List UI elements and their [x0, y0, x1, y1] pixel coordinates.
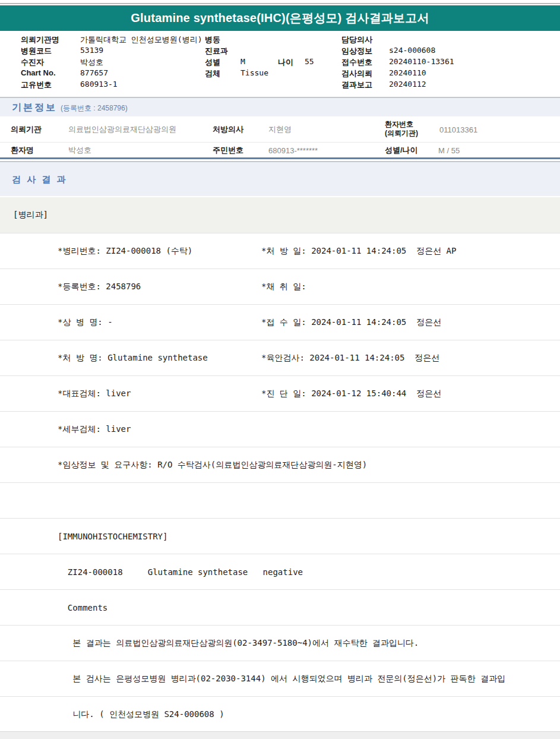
label-prescribing-doctor: 처방의사	[213, 124, 243, 135]
top-divider	[0, 3, 560, 4]
patient-header: 의뢰기관명 가톨릭대학교 인천성모병원(병리) 병원코드 53139 수진자 박…	[0, 31, 560, 96]
basic-info-section-bar: 기본정보(등록번호 : 2458796)	[0, 97, 560, 116]
result-left: *대표검체: liver	[58, 389, 131, 399]
department-name: [병리과]	[13, 210, 48, 220]
result-right: *접 수 일: 2024-01-11 14:24:05 정은선	[261, 317, 441, 328]
field-label-specimen: 검체	[205, 68, 220, 79]
result-left: 본 검사는 은평성모병원 병리과(02-2030-3144) 에서 시행되었으며…	[58, 674, 505, 684]
result-row-registration-no: *등록번호: 2458796 *채 취 일:	[0, 269, 560, 304]
basic-info-row-2: 환자명 박성호 주민번호 680913-******* 성별/나이 M / 55	[0, 143, 560, 157]
report-title: Glutamine synthetase(IHC)(은평성모) 검사결과보고서	[131, 10, 429, 26]
result-right: *채 취 일:	[261, 282, 306, 292]
label-patient-no-line1: 환자번호	[385, 120, 413, 129]
result-row-ihc-result: ZI24-000018 Glutamine synthetase negativ…	[0, 554, 560, 589]
field-value-report-date: 20240112	[389, 80, 426, 89]
field-label-request-date: 검사의뢰	[341, 68, 372, 79]
value-patient-name: 박성호	[68, 145, 91, 156]
field-value-chart-no: 877657	[80, 68, 108, 77]
report-title-bar: Glutamine synthetase(IHC)(은평성모) 검사결과보고서	[0, 5, 560, 31]
field-label-accession-no: 접수번호	[341, 57, 372, 68]
result-left: [IMMUNOHISTOCHEMISTRY]	[58, 532, 167, 541]
footer-strip	[0, 731, 560, 739]
result-row-comment-1: 본 결과는 의료법인삼광의료재단삼광의원(02-3497-5180~4)에서 재…	[0, 625, 560, 661]
result-right: *진 단 일: 2024-01-12 15:40:44 정은선	[261, 389, 441, 399]
result-row-sub-specimen: *세부검체: liver	[0, 411, 560, 447]
field-value-requesting-org: 가톨릭대학교 인천성모병원(병리)	[80, 34, 202, 45]
value-referring-org: 의료법인삼광의료재단삼광의원	[68, 124, 176, 135]
value-patient-no: 011013361	[439, 125, 477, 134]
field-value-patient-name: 박성호	[80, 57, 103, 68]
basic-info-row-1: 의뢰기관 의료법인삼광의료재단삼광의원 처방의사 지현영 환자번호 (의뢰기관)…	[0, 116, 560, 143]
result-row-diagnosis-name: *상 병 명: - *접 수 일: 2024-01-11 14:24:05 정은…	[0, 304, 560, 340]
result-row-clinical-request: *임상정보 및 요구사항: R/O 수탁검사(의료법인삼광의료재단삼광의원-지현…	[0, 447, 560, 482]
field-label-doctor: 담당의사	[341, 34, 372, 45]
department-band: [병리과]	[0, 197, 560, 233]
field-label-chart-no: Chart No.	[21, 68, 56, 77]
basic-info-heading: 기본정보	[12, 102, 57, 112]
result-left: *등록번호: 2458796	[58, 282, 141, 292]
value-resident-no: 680913-*******	[268, 146, 318, 154]
basic-info-table: 의뢰기관 의료법인삼광의료재단삼광의원 처방의사 지현영 환자번호 (의뢰기관)…	[0, 116, 560, 159]
field-label-hospital-code: 병원코드	[21, 46, 52, 56]
label-referring-org: 의뢰기관	[11, 124, 42, 135]
table-bottom-rule	[0, 157, 560, 159]
result-row-empty	[0, 482, 560, 518]
field-value-clinical-info: s24-000608	[389, 46, 435, 55]
field-value-unique-no: 680913-1	[80, 80, 118, 89]
result-row-comment-3: 니다. ( 인천성모병원 S24-000608 )	[0, 696, 560, 732]
result-rows: *병리번호: ZI24-000018 (수탁) *처 방 일: 2024-01-…	[0, 233, 560, 732]
field-value-age: 55	[305, 57, 314, 66]
result-left: *병리번호: ZI24-000018 (수탁)	[58, 246, 192, 257]
result-row-order-name: *처 방 명: Glutamine synthetase *육안검사: 2024…	[0, 340, 560, 375]
label-patient-no-line2: (의뢰기관)	[385, 129, 418, 138]
field-label-requesting-org: 의뢰기관명	[21, 34, 59, 45]
label-sex-age: 성별/나이	[385, 145, 418, 156]
result-right: *육안검사: 2024-01-11 14:24:05 정은선	[261, 353, 439, 364]
result-row-pathology-no: *병리번호: ZI24-000018 (수탁) *처 방 일: 2024-01-…	[0, 233, 560, 269]
field-label-age: 나이	[278, 57, 293, 68]
label-resident-no: 주민번호	[213, 145, 243, 156]
value-prescribing-doctor: 지현영	[268, 124, 292, 135]
result-left: Comments	[58, 603, 107, 612]
field-label-patient-name: 수진자	[21, 57, 44, 68]
field-label-ward: 병동	[205, 34, 220, 45]
result-left: *임상정보 및 요구사항: R/O 수탁검사(의료법인삼광의료재단삼광의원-지현…	[58, 460, 367, 470]
field-value-request-date: 20240110	[389, 68, 426, 77]
result-left: *상 병 명: -	[58, 317, 113, 328]
result-left: *세부검체: liver	[58, 424, 131, 435]
result-left: 본 결과는 의료법인삼광의료재단삼광의원(02-3497-5180~4)에서 재…	[58, 638, 419, 649]
result-row-main-specimen: *대표검체: liver *진 단 일: 2024-01-12 15:40:44…	[0, 375, 560, 411]
label-patient-name: 환자명	[11, 145, 34, 156]
result-row-ihc-heading: [IMMUNOHISTOCHEMISTRY]	[0, 518, 560, 554]
report-page: Glutamine synthetase(IHC)(은평성모) 검사결과보고서 …	[0, 0, 560, 739]
result-right: *처 방 일: 2024-01-11 14:24:05 정은선 AP	[261, 246, 456, 257]
field-label-sex: 성별	[205, 57, 220, 68]
field-label-report-date: 결과보고	[341, 80, 372, 90]
result-row-comment-2: 본 검사는 은평성모병원 병리과(02-2030-3144) 에서 시행되었으며…	[0, 661, 560, 696]
test-results-section-bar: 검 사 결 과	[0, 161, 560, 196]
result-left: ZI24-000018 Glutamine synthetase negativ…	[58, 567, 303, 577]
field-label-unique-no: 고유번호	[21, 80, 52, 90]
field-label-clinical-info: 임상정보	[341, 46, 372, 56]
result-left: 니다. ( 인천성모병원 S24-000608 )	[58, 709, 224, 720]
field-value-accession-no: 20240110-13361	[389, 57, 454, 66]
test-results-heading: 검 사 결 과	[12, 174, 68, 184]
result-row-comments-heading: Comments	[0, 589, 560, 625]
basic-info-reg-note: (등록번호 : 2458796)	[61, 104, 128, 112]
field-value-specimen: Tissue	[241, 68, 268, 77]
value-sex-age: M / 55	[438, 146, 460, 154]
field-value-hospital-code: 53139	[80, 46, 103, 55]
result-left: *처 방 명: Glutamine synthetase	[58, 353, 208, 364]
field-label-department: 진료과	[205, 46, 228, 56]
field-value-sex: M	[241, 57, 245, 66]
